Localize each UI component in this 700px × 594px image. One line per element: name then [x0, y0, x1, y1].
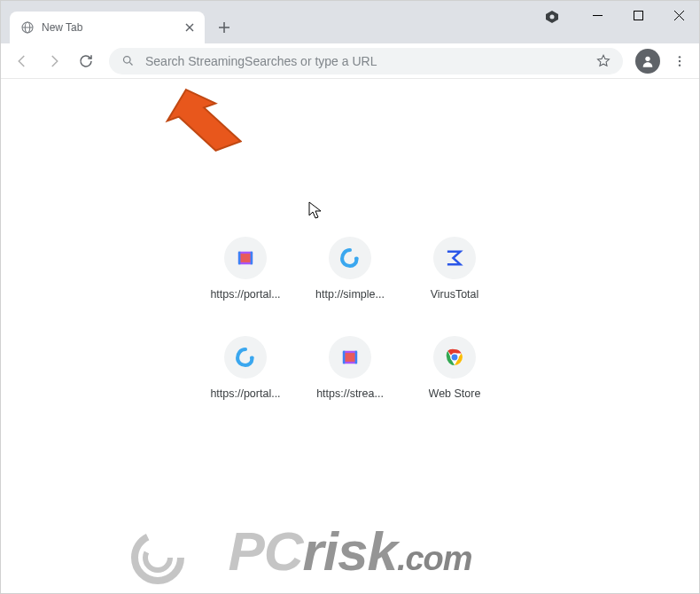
mouse-cursor-icon	[308, 201, 323, 224]
svg-rect-28	[355, 351, 357, 364]
chrome-icon	[433, 336, 476, 379]
minimize-button[interactable]	[577, 1, 618, 29]
shortcuts-grid: https://portal... http://simple... Virus…	[193, 231, 507, 430]
maximize-button[interactable]	[618, 1, 658, 29]
tab-close-icon[interactable]	[185, 20, 194, 35]
swirl-icon	[329, 237, 371, 279]
back-button[interactable]	[8, 47, 36, 75]
shortcut-tile[interactable]: Web Store	[402, 331, 507, 430]
movie-icon	[329, 336, 371, 379]
reload-button[interactable]	[72, 47, 100, 75]
svg-point-33	[145, 545, 170, 570]
shortcut-tile[interactable]: VirusTotal	[402, 231, 507, 331]
address-bar-placeholder: Search StreamingSearches or type a URL	[145, 54, 586, 68]
profile-button[interactable]	[635, 49, 660, 74]
svg-rect-27	[343, 351, 345, 364]
annotation-arrow-icon	[162, 81, 242, 164]
svg-point-24	[250, 356, 254, 360]
titlebar: New Tab	[1, 1, 699, 43]
svg-rect-20	[240, 254, 250, 262]
close-window-button[interactable]	[658, 1, 699, 29]
shortcut-tile[interactable]: https://portal...	[193, 231, 298, 331]
browser-tab[interactable]: New Tab	[10, 12, 205, 43]
search-icon	[121, 54, 135, 67]
svg-point-8	[550, 15, 555, 20]
svg-rect-10	[634, 11, 642, 20]
new-tab-button[interactable]	[212, 15, 237, 40]
watermark-logo: PCrisk.com	[164, 520, 536, 582]
shortcut-label: https://strea...	[316, 387, 384, 400]
svg-rect-21	[238, 252, 240, 265]
shortcut-tile[interactable]: https://strea...	[298, 331, 402, 430]
svg-rect-22	[251, 252, 253, 265]
shortcut-label: http://simple...	[315, 288, 385, 301]
extension-indicator-icon	[545, 10, 559, 24]
window-controls	[577, 1, 699, 33]
virustotal-icon	[433, 237, 476, 279]
swirl-icon	[224, 336, 267, 379]
address-bar[interactable]: Search StreamingSearches or type a URL	[109, 48, 623, 74]
svg-line-14	[129, 62, 132, 65]
watermark-swirl-icon	[127, 527, 189, 592]
watermark-risk: risk	[303, 520, 397, 582]
svg-point-18	[679, 64, 681, 66]
svg-rect-26	[345, 353, 354, 362]
bookmark-star-icon[interactable]	[596, 54, 611, 68]
movie-icon	[224, 237, 267, 279]
shortcut-label: Web Store	[429, 387, 481, 400]
svg-point-15	[645, 56, 649, 60]
globe-icon	[20, 20, 35, 35]
kebab-menu-button[interactable]	[667, 49, 692, 74]
new-tab-content: https://portal... http://simple... Virus…	[1, 79, 699, 593]
shortcut-label: VirusTotal	[431, 288, 479, 301]
watermark-domain: .com	[397, 540, 472, 577]
svg-point-32	[135, 535, 181, 581]
shortcut-tile[interactable]: https://portal...	[193, 331, 298, 430]
svg-point-17	[679, 59, 681, 61]
svg-point-13	[124, 57, 131, 64]
watermark-pc: PC	[228, 520, 302, 582]
browser-toolbar: Search StreamingSearches or type a URL	[1, 43, 699, 79]
tab-title: New Tab	[42, 21, 178, 34]
shortcut-tile[interactable]: http://simple...	[298, 231, 402, 331]
forward-button[interactable]	[40, 47, 68, 75]
shortcut-label: https://portal...	[210, 387, 280, 400]
svg-point-16	[679, 56, 681, 58]
shortcut-label: https://portal...	[210, 288, 280, 301]
svg-point-23	[354, 256, 359, 261]
